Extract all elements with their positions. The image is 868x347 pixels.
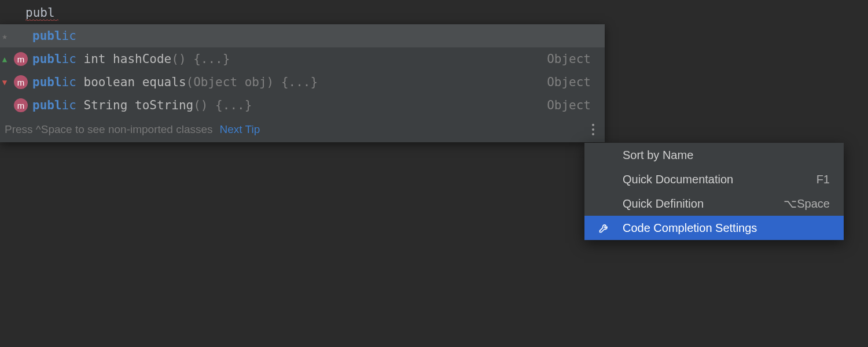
menu-item-label: Code Completion Settings	[623, 222, 830, 235]
star-icon: ★	[2, 31, 8, 42]
next-tip-link[interactable]: Next Tip	[220, 123, 260, 136]
menu-item[interactable]: Quick DocumentationF1	[584, 167, 844, 191]
method-badge-icon: m	[14, 75, 28, 89]
completion-footer: Press ^Space to see non-imported classes…	[0, 117, 605, 142]
completion-popup: ★public▲mpublic int hashCode() {...}Obje…	[0, 24, 605, 142]
completion-origin: Object	[547, 75, 591, 89]
arrow-down-icon: ▼	[2, 77, 7, 87]
context-menu: Sort by NameQuick DocumentationF1Quick D…	[584, 143, 844, 240]
completion-text: public	[32, 29, 591, 43]
arrow-up-icon: ▲	[2, 54, 7, 64]
completion-origin: Object	[547, 98, 591, 112]
wrench-icon	[598, 222, 623, 234]
menu-item-label: Sort by Name	[623, 149, 830, 162]
completion-item[interactable]: ▲mpublic int hashCode() {...}Object	[0, 47, 605, 71]
menu-item[interactable]: Quick Definition⌥Space	[584, 191, 844, 216]
menu-item-label: Quick Definition	[623, 197, 784, 211]
method-badge-icon: m	[14, 98, 28, 112]
completion-item[interactable]: ★public	[0, 24, 605, 47]
completion-text: public boolean equals(Object obj) {...}	[32, 75, 547, 89]
completion-text: public String toString() {...}	[32, 98, 547, 112]
completion-list: ★public▲mpublic int hashCode() {...}Obje…	[0, 24, 605, 117]
hint-text: Press ^Space to see non-imported classes	[5, 123, 213, 136]
menu-item[interactable]: Code Completion Settings	[584, 216, 844, 240]
completion-origin: Object	[547, 52, 591, 66]
method-badge-icon: m	[14, 52, 28, 66]
typed-code: publ	[25, 6, 55, 20]
menu-item-shortcut: F1	[816, 173, 830, 186]
completion-item[interactable]: ▼mpublic boolean equals(Object obj) {...…	[0, 71, 605, 94]
menu-item[interactable]: Sort by Name	[584, 143, 844, 167]
menu-item-label: Quick Documentation	[623, 173, 816, 186]
kebab-icon[interactable]	[592, 124, 594, 135]
completion-text: public int hashCode() {...}	[32, 52, 547, 66]
menu-item-shortcut: ⌥Space	[784, 197, 830, 211]
editor-area[interactable]: publ	[0, 0, 868, 21]
completion-item[interactable]: mpublic String toString() {...}Object	[0, 94, 605, 117]
